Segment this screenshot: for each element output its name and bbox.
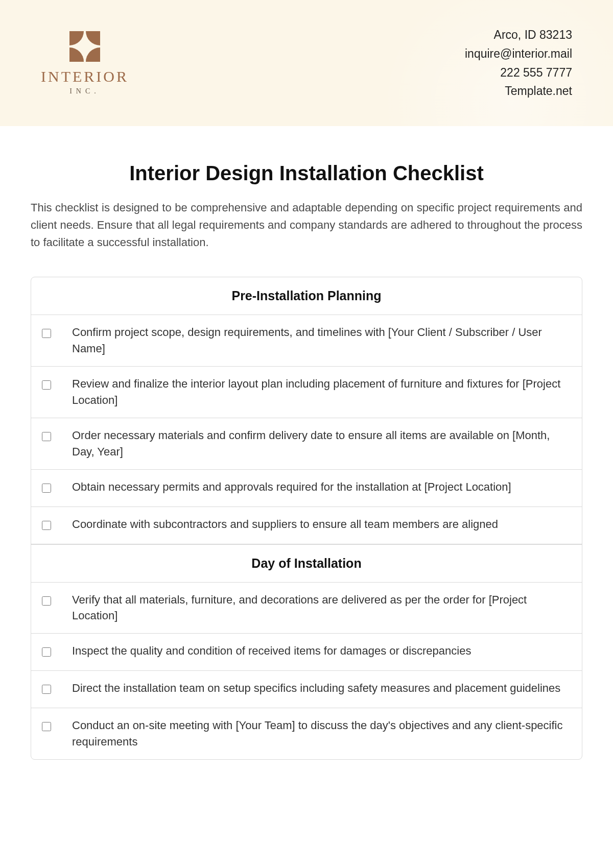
contact-phone: 222 555 7777 bbox=[465, 63, 572, 82]
contact-block: Arco, ID 83213 inquire@interior.mail 222… bbox=[465, 26, 572, 101]
checklist-item-text: Order necessary materials and confirm de… bbox=[62, 418, 582, 470]
checklist-item-text: Confirm project scope, design requiremen… bbox=[62, 315, 582, 367]
logo-name: INTERIOR bbox=[41, 68, 129, 85]
checklist-checkbox[interactable] bbox=[42, 521, 51, 530]
contact-email: inquire@interior.mail bbox=[465, 44, 572, 63]
page-title: Interior Design Installation Checklist bbox=[31, 162, 582, 185]
checklist-checkbox[interactable] bbox=[42, 380, 51, 390]
contact-site: Template.net bbox=[465, 82, 572, 101]
checklist-item-text: Review and finalize the interior layout … bbox=[62, 367, 582, 418]
checklist-checkbox[interactable] bbox=[42, 685, 51, 694]
checklist-row: Direct the installation team on setup sp… bbox=[31, 671, 582, 708]
checklist-item-text: Coordinate with subcontractors and suppl… bbox=[62, 507, 582, 544]
logo-subtext: INC. bbox=[69, 87, 100, 95]
checklist-item-text: Conduct an on-site meeting with [Your Te… bbox=[62, 708, 582, 759]
section-heading: Pre-Installation Planning bbox=[31, 277, 582, 315]
checklist-row: Verify that all materials, furniture, an… bbox=[31, 583, 582, 634]
checklist-checkbox[interactable] bbox=[42, 432, 51, 441]
intro-paragraph: This checklist is designed to be compreh… bbox=[31, 199, 582, 251]
checklist-checkbox[interactable] bbox=[42, 484, 51, 493]
checklist-row: Review and finalize the interior layout … bbox=[31, 367, 582, 418]
section-header-row: Pre-Installation Planning bbox=[31, 277, 582, 315]
checklist-row: Confirm project scope, design requiremen… bbox=[31, 315, 582, 367]
checklist-item-text: Verify that all materials, furniture, an… bbox=[62, 583, 582, 634]
contact-address: Arco, ID 83213 bbox=[465, 26, 572, 44]
checklist-checkbox[interactable] bbox=[42, 722, 51, 731]
logo-icon bbox=[69, 31, 100, 62]
checklist-row: Inspect the quality and condition of rec… bbox=[31, 634, 582, 671]
checklist-item-text: Inspect the quality and condition of rec… bbox=[62, 634, 582, 671]
checklist-item-text: Obtain necessary permits and approvals r… bbox=[62, 470, 582, 507]
checklist-checkbox[interactable] bbox=[42, 329, 51, 338]
document-body: Interior Design Installation Checklist T… bbox=[0, 126, 613, 760]
checklist-checkbox[interactable] bbox=[42, 596, 51, 606]
section-header-row: Day of Installation bbox=[31, 544, 582, 583]
checklist-table: Pre-Installation Planning Confirm projec… bbox=[31, 277, 582, 759]
checklist-checkbox[interactable] bbox=[42, 647, 51, 657]
logo-block: INTERIOR INC. bbox=[41, 31, 129, 95]
checklist-item-text: Direct the installation team on setup sp… bbox=[62, 671, 582, 708]
checklist-row: Coordinate with subcontractors and suppl… bbox=[31, 507, 582, 544]
header-band: INTERIOR INC. Arco, ID 83213 inquire@int… bbox=[0, 0, 613, 126]
checklist-row: Order necessary materials and confirm de… bbox=[31, 418, 582, 470]
checklist-row: Obtain necessary permits and approvals r… bbox=[31, 470, 582, 507]
section-heading: Day of Installation bbox=[31, 544, 582, 583]
checklist-row: Conduct an on-site meeting with [Your Te… bbox=[31, 708, 582, 759]
